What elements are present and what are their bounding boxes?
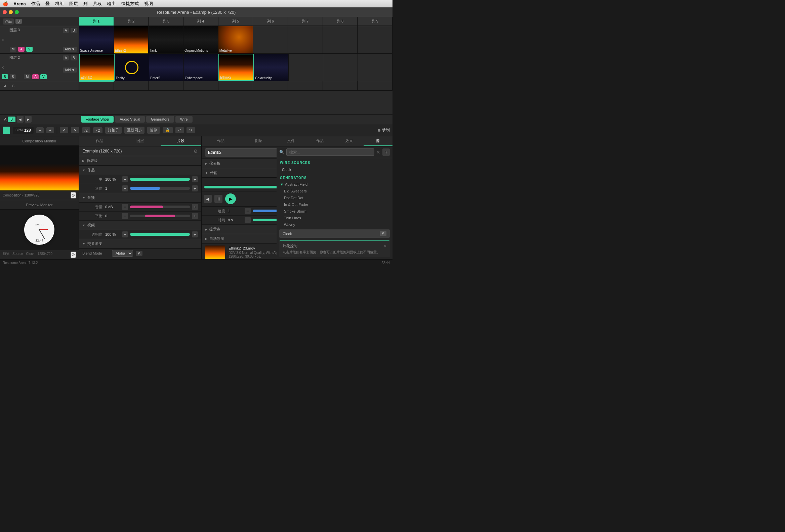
layer-2-b[interactable]: B [71, 55, 77, 60]
column-header-5[interactable]: 列 5 [219, 17, 253, 26]
layer-2-close[interactable]: × [1, 65, 4, 70]
blend-p-btn[interactable]: P. [136, 251, 143, 256]
layer-2-clip-3[interactable]: Enter5 [149, 54, 184, 81]
column-header-3[interactable]: 列 3 [149, 17, 183, 26]
search-input[interactable] [286, 149, 374, 156]
layer-3-close[interactable]: × [1, 37, 4, 43]
bpm-minus[interactable]: − [36, 127, 44, 133]
layer-2-clip-5[interactable]: Ethnik2 [219, 54, 254, 81]
layer-3-b[interactable]: B [71, 28, 77, 33]
layer-1-clip-5[interactable] [219, 81, 253, 91]
timeline-bar[interactable] [204, 186, 277, 188]
layer-1-clip-1[interactable] [79, 81, 114, 91]
search-add-btn[interactable]: + [382, 149, 390, 156]
balance-slider[interactable] [130, 215, 190, 217]
layer-3-clip-3[interactable]: Tank [149, 26, 183, 53]
opacity-slider[interactable] [130, 233, 190, 236]
volume-plus[interactable]: + [192, 204, 198, 210]
clip-tab-works[interactable]: 作品 [202, 136, 239, 146]
main-slider[interactable] [130, 178, 190, 181]
right-tab-works[interactable]: 作品 [305, 136, 334, 146]
tap-beat[interactable]: 打拍子 [105, 127, 122, 134]
tab-footage-shop[interactable]: Footage Shop [81, 116, 113, 123]
menu-item-layer[interactable]: 图层 [69, 1, 78, 7]
layer-3-clip-5[interactable]: Metalive [219, 26, 253, 53]
layer-2-clip-1[interactable]: Ethnik2 [79, 54, 115, 81]
layer-3-clip-7[interactable] [288, 26, 323, 53]
layer-1-clip-6[interactable] [253, 81, 288, 91]
layer-3-clip-6[interactable] [253, 26, 288, 53]
gen-wavey[interactable]: Wavey [277, 221, 392, 228]
layer-1-clip-9[interactable] [358, 81, 392, 91]
balance-minus[interactable]: − [122, 213, 128, 219]
column-header-2[interactable]: 列 2 [114, 17, 149, 26]
info-close-btn[interactable]: × [384, 243, 386, 248]
pause[interactable]: 暂停 [147, 127, 160, 134]
video-section[interactable]: ▼ 视频 [79, 221, 201, 230]
layer-2-a[interactable]: A [63, 55, 69, 60]
nav-forward[interactable]: ▶ [25, 116, 32, 123]
layer-2-b-btn[interactable]: B [2, 74, 8, 79]
clip-speed-minus[interactable]: − [245, 208, 251, 214]
layer-3-v[interactable]: V [26, 47, 33, 52]
clip-time-slider[interactable] [253, 219, 277, 221]
clip-speed-slider[interactable] [253, 210, 277, 212]
gen-in-out-fader[interactable]: In & Out Fader [277, 201, 392, 208]
layer-2-clip-7[interactable] [289, 54, 323, 81]
crossfader-section[interactable]: ▼ 交叉渐变 [79, 239, 201, 248]
active-source-p-btn[interactable]: P. [380, 231, 386, 236]
beat-forward[interactable]: ⊳ [71, 127, 79, 133]
column-header-9[interactable]: 列 9 [358, 17, 392, 26]
tab-wire[interactable]: Wire [175, 116, 193, 123]
clip-time-minus[interactable]: − [245, 217, 251, 223]
menu-item-stack[interactable]: 叠 [45, 1, 50, 7]
menu-item-view[interactable]: 视图 [144, 1, 153, 7]
nav-back[interactable]: ◀ [17, 116, 24, 123]
right-tab-sources[interactable]: 源 [363, 136, 392, 146]
menu-item-shortcuts[interactable]: 快捷方式 [121, 1, 139, 7]
column-header-6[interactable]: 列 6 [253, 17, 288, 26]
cue-points-section[interactable]: ▶ 提示点 [202, 225, 277, 234]
minimize-button[interactable] [9, 10, 13, 14]
layer-2-clip-2-trinity[interactable]: Trinity [115, 54, 149, 81]
gen-smoke-storm[interactable]: Smoke Storm [277, 208, 392, 215]
pb-prev[interactable]: ◀ [204, 195, 212, 203]
menu-item-output[interactable]: 输出 [107, 1, 116, 7]
bpm-plus[interactable]: + [46, 127, 54, 133]
clip-dashboard-section[interactable]: ▶ 仪表板 [202, 159, 277, 168]
clip-name-input[interactable] [205, 149, 277, 157]
tab-clips[interactable]: 片段 [161, 136, 201, 146]
blend-select[interactable]: Alpha [112, 250, 133, 257]
preview-settings-icon[interactable]: ⚙ [71, 251, 76, 258]
b-button[interactable]: B [16, 19, 22, 24]
layer-3-clip-8[interactable] [323, 26, 358, 53]
dashboard-section[interactable]: ▶ 仪表板 [79, 156, 201, 166]
right-tab-effects[interactable]: 效果 [335, 136, 363, 146]
comp-gear-btn[interactable]: ⚙ [194, 149, 198, 154]
layer-3-m[interactable]: M [10, 47, 17, 52]
column-header-8[interactable]: 列 8 [323, 17, 358, 26]
layer-3-a[interactable]: A [63, 28, 69, 33]
audio-section[interactable]: ▼ 音频 [79, 193, 201, 203]
layer-3-add[interactable]: Add ▼ [63, 47, 77, 52]
layer-2-clip-4-cyber[interactable]: Cyberspace [184, 54, 219, 81]
maximize-button[interactable] [15, 10, 19, 14]
menu-item-column[interactable]: 列 [83, 1, 88, 7]
menu-item-clip[interactable]: 片段 [93, 1, 102, 7]
layer-3-clip-4[interactable]: OrganicMotions [183, 26, 219, 53]
speed-slider[interactable] [130, 187, 190, 190]
volume-minus[interactable]: − [122, 204, 128, 210]
balance-plus[interactable]: + [192, 213, 198, 219]
resync[interactable]: 重新同步 [124, 127, 145, 134]
main-plus[interactable]: + [192, 176, 198, 182]
layer-2-clip-9[interactable] [358, 54, 392, 81]
close-button[interactable] [3, 10, 7, 14]
undo-btn[interactable]: ↩ [175, 127, 184, 133]
gen-thin-lines[interactable]: Thin Lines [277, 215, 392, 221]
volume-slider[interactable] [130, 206, 190, 208]
opacity-plus[interactable]: + [192, 232, 198, 237]
tab-layers[interactable]: 图层 [120, 136, 160, 146]
layer-3-clip-2[interactable]: Ethnik2 [114, 26, 149, 53]
layer-1-clip-8[interactable] [323, 81, 358, 91]
layer-1-clip-3[interactable] [149, 81, 183, 91]
